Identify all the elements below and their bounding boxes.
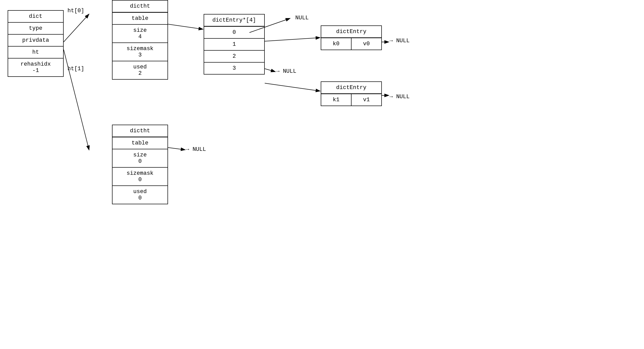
dict-cell-dict: dict — [8, 11, 63, 23]
svg-line-3 — [168, 24, 203, 29]
null-label-0: NULL — [295, 15, 309, 21]
svg-line-4 — [265, 38, 320, 41]
dictht1-sizemask: sizemask 0 — [113, 168, 167, 186]
null-label-2: → NULL — [276, 68, 296, 75]
svg-line-2 — [64, 50, 89, 150]
dict-entry-array-header: dictEntry*[4] — [204, 14, 264, 27]
dictht0-sizemask: sizemask 3 — [113, 43, 167, 61]
dict-entry-array-1: 1 — [204, 39, 264, 51]
dict-entry-array-2: 2 — [204, 51, 264, 63]
svg-line-1 — [64, 14, 89, 42]
dictht1-table: table — [113, 137, 167, 149]
dictht1-struct: dictht table size 0 sizemask 0 used 0 — [112, 125, 168, 204]
dict-entry-1: dictEntry k1 v1 — [321, 81, 382, 106]
dict-entry-array: dictEntry*[4] 0 1 2 3 — [204, 14, 265, 75]
dict-entry-0-header: dictEntry — [321, 26, 381, 38]
dict-entry-0-kv: k0 v0 — [321, 38, 381, 50]
ht1-label: ht[1] — [67, 66, 84, 72]
dictht1-used: used 0 — [113, 186, 167, 204]
dict-entry-1-v: v1 — [352, 94, 381, 106]
dictht0-size: size 4 — [113, 25, 167, 43]
null-label-4: → NULL — [186, 146, 206, 153]
dictht0-struct: dictht table size 4 sizemask 3 used 2 — [112, 0, 168, 80]
dict-entry-1-k: k1 — [321, 94, 352, 106]
svg-line-7 — [265, 83, 320, 91]
dict-cell-type: type — [8, 23, 63, 35]
dict-entry-array-3: 3 — [204, 63, 264, 74]
dict-entry-0-v: v0 — [352, 38, 381, 50]
dictht1-size: size 0 — [113, 149, 167, 168]
ht0-label: ht[0] — [67, 8, 84, 14]
dict-entry-array-0: 0 — [204, 27, 264, 39]
null-label-1: → NULL — [389, 38, 410, 44]
dict-cell-privdata: privdata — [8, 35, 63, 47]
null-label-3: → NULL — [389, 94, 410, 100]
dict-struct: dict type privdata ht rehashidx -1 — [8, 10, 64, 77]
dictht0-header: dictht — [113, 1, 167, 13]
svg-line-6 — [265, 69, 275, 72]
dict-cell-rehashidx: rehashidx -1 — [8, 59, 63, 76]
svg-line-10 — [168, 148, 185, 150]
dict-entry-1-kv: k1 v1 — [321, 94, 381, 106]
dict-entry-0: dictEntry k0 v0 — [321, 25, 382, 50]
arrows-overlay — [0, 0, 644, 349]
dictht0-used: used 2 — [113, 61, 167, 79]
dictht0-table: table — [113, 13, 167, 25]
dict-entry-1-header: dictEntry — [321, 82, 381, 94]
dict-cell-ht: ht — [8, 47, 63, 59]
dict-entry-0-k: k0 — [321, 38, 352, 50]
dictht1-header: dictht — [113, 125, 167, 137]
